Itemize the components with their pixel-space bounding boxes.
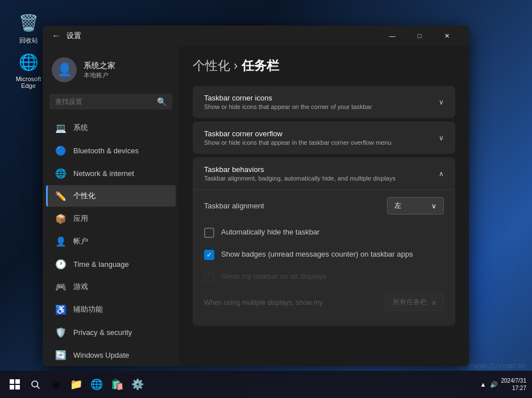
accounts-label: 帐户: [73, 236, 88, 246]
chevron-up-icon: ∧: [439, 170, 444, 178]
sidebar-item-privacy[interactable]: 🛡️ Privacy & security: [46, 321, 176, 343]
settings-body: 👤 系统之家 本地账户 🔍 💻 系统 🔵: [43, 46, 469, 366]
user-profile[interactable]: 👤 系统之家 本地账户: [43, 51, 179, 89]
user-type: 本地账户: [84, 71, 115, 79]
gaming-icon: 🎮: [55, 281, 66, 292]
edge-image: 🌐: [17, 51, 40, 73]
system-label: 系统: [73, 123, 88, 133]
card-corner-icons-text: Taskbar corner icons Show or hide icons …: [204, 94, 372, 110]
card-corner-icons-desc: Show or hide icons that appear on the co…: [204, 103, 372, 110]
all-displays-label: Show my taskbar on all displays: [221, 271, 326, 282]
window-controls: — □ ✕: [379, 27, 460, 45]
network-label: Network & internet: [73, 169, 134, 178]
recycle-bin-image: 🗑️: [17, 11, 40, 34]
card-corner-overflow-header[interactable]: Taskbar corner overflow Show or hide ico…: [193, 122, 455, 154]
accessibility-label: 辅助功能: [73, 304, 103, 315]
multi-display-dropdown: 所有任务栏 ∨: [385, 294, 444, 311]
multi-display-label: When using multiple displays, show my: [204, 299, 323, 307]
badges-label: Show badges (unread messages counter) on…: [221, 249, 413, 259]
auto-hide-label: Automatically hide the taskbar: [221, 227, 319, 237]
system-icon: 💻: [55, 122, 66, 133]
taskbar: ⊞ 📁 🌐 🛍️ ⚙️ ▲ 🔊 2024/7/3117:27: [0, 371, 532, 398]
bluetooth-label: Bluetooth & devices: [73, 146, 139, 155]
all-displays-row: Show my taskbar on all displays: [204, 266, 444, 288]
auto-hide-checkbox[interactable]: [204, 228, 214, 238]
personalization-label: 个性化: [73, 191, 95, 201]
store-taskbar[interactable]: 🛍️: [108, 375, 126, 393]
start-button[interactable]: [6, 375, 24, 393]
svg-point-4: [32, 381, 38, 387]
card-corner-icons-header[interactable]: Taskbar corner icons Show or hide icons …: [193, 86, 455, 118]
privacy-label: Privacy & security: [73, 328, 132, 337]
bluetooth-icon: 🔵: [55, 145, 66, 156]
task-view-button[interactable]: ⊞: [47, 375, 65, 393]
search-input[interactable]: [55, 98, 152, 106]
main-content: 个性化 › 任务栏 Taskbar corner icons Show or h…: [179, 46, 469, 366]
gaming-label: 游戏: [73, 282, 88, 292]
close-button[interactable]: ✕: [434, 27, 460, 45]
apps-label: 应用: [73, 213, 88, 224]
card-behaviors-desc: Taskbar alignment, badging, automaticall…: [204, 175, 396, 182]
auto-hide-row[interactable]: Automatically hide the taskbar: [204, 221, 444, 244]
sidebar-item-personalization[interactable]: ✏️ 个性化: [46, 185, 176, 207]
sidebar-item-network[interactable]: 🌐 Network & internet: [46, 162, 176, 184]
personalization-icon: ✏️: [55, 190, 66, 202]
privacy-icon: 🛡️: [55, 326, 66, 338]
card-behaviors-title: Taskbar behaviors: [204, 165, 396, 174]
clock: 2024/7/3117:27: [501, 377, 527, 392]
card-corner-icons-title: Taskbar corner icons: [204, 94, 372, 102]
search-icon: 🔍: [157, 97, 167, 106]
svg-rect-3: [15, 385, 20, 389]
recycle-bin-label: 回收站: [19, 36, 38, 45]
all-displays-checkbox: [204, 272, 214, 282]
sidebar-item-update[interactable]: 🔄 Windows Update: [46, 344, 176, 366]
card-behaviors-body: Taskbar alignment 左 ∨ Automatically hide…: [193, 190, 455, 326]
update-label: Windows Update: [73, 351, 129, 359]
sidebar-item-gaming[interactable]: 🎮 游戏: [46, 276, 176, 298]
settings-taskbar[interactable]: ⚙️: [128, 375, 147, 393]
multi-display-chevron-icon: ∨: [431, 299, 437, 307]
sidebar-item-time[interactable]: 🕐 Time & language: [46, 253, 176, 275]
card-corner-overflow: Taskbar corner overflow Show or hide ico…: [193, 122, 455, 154]
taskbar-search-button[interactable]: [26, 375, 44, 393]
sidebar-item-bluetooth[interactable]: 🔵 Bluetooth & devices: [46, 140, 176, 161]
sidebar-item-apps[interactable]: 📦 应用: [46, 208, 176, 229]
card-corner-overflow-title: Taskbar corner overflow: [204, 129, 392, 138]
watermark: ZHONGZU.COM/7J81: [469, 363, 526, 370]
page-title: 任务栏: [242, 58, 279, 73]
back-button[interactable]: ←: [52, 31, 61, 41]
svg-rect-0: [10, 379, 14, 384]
system-tray: ▲: [480, 381, 487, 388]
sidebar-item-accounts[interactable]: 👤 帐户: [46, 231, 176, 252]
badges-checkbox[interactable]: ✓: [204, 250, 214, 260]
time-label: Time & language: [73, 260, 129, 269]
card-behaviors-text: Taskbar behaviors Taskbar alignment, bad…: [204, 165, 396, 182]
sidebar: 👤 系统之家 本地账户 🔍 💻 系统 🔵: [43, 46, 179, 366]
alignment-dropdown[interactable]: 左 ∨: [387, 197, 444, 215]
user-info: 系统之家 本地账户: [84, 61, 115, 79]
card-behaviors-header[interactable]: Taskbar behaviors Taskbar alignment, bad…: [193, 157, 455, 190]
file-explorer-taskbar[interactable]: 📁: [67, 375, 85, 393]
accessibility-icon: ♿: [55, 304, 66, 315]
breadcrumb-path: 个性化 ›: [193, 58, 242, 73]
alignment-row: Taskbar alignment 左 ∨: [204, 190, 444, 221]
accounts-icon: 👤: [55, 236, 66, 247]
alignment-label: Taskbar alignment: [204, 202, 264, 210]
desktop: 🗑️ 回收站 🌐 Microsoft Edge ← 设置 — □ ✕ 👤: [0, 0, 532, 398]
settings-window: ← 设置 — □ ✕ 👤 系统之家 本地账户: [43, 26, 469, 366]
svg-line-5: [37, 386, 39, 388]
sidebar-item-accessibility[interactable]: ♿ 辅助功能: [46, 299, 176, 320]
alignment-value: 左: [394, 201, 401, 211]
avatar: 👤: [52, 57, 77, 82]
sidebar-item-system[interactable]: 💻 系统: [46, 117, 176, 139]
badges-row[interactable]: ✓ Show badges (unread messages counter) …: [204, 244, 444, 266]
page-header: 个性化 › 任务栏: [193, 57, 455, 74]
edge-taskbar[interactable]: 🌐: [88, 375, 106, 393]
svg-rect-1: [15, 379, 20, 384]
multi-display-row: When using multiple displays, show my 所有…: [204, 288, 444, 317]
volume-icon: 🔊: [490, 381, 498, 388]
minimize-button[interactable]: —: [379, 27, 405, 45]
svg-rect-2: [10, 385, 14, 389]
network-icon: 🌐: [55, 167, 66, 179]
maximize-button[interactable]: □: [406, 27, 433, 45]
